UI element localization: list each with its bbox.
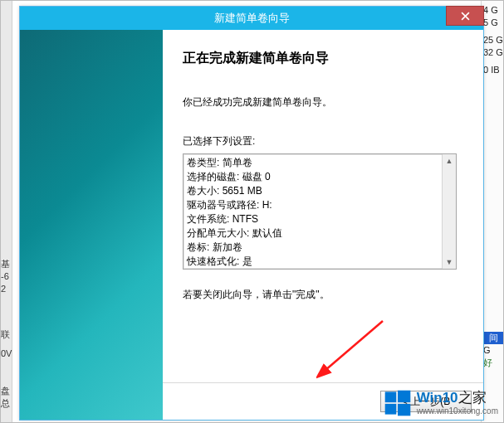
wizard-side-panel — [20, 30, 163, 420]
wizard-dialog: 新建简单卷向导 正在完成新建简单卷向导 你已经成功完成新建简单卷向导。 已选择下… — [19, 6, 484, 421]
page-heading: 正在完成新建简单卷向导 — [183, 50, 467, 67]
watermark-brand: Win10之家 — [417, 391, 498, 406]
close-button[interactable] — [446, 6, 484, 26]
list-item: 驱动器号或路径: H: — [187, 198, 453, 212]
windows-logo-icon — [384, 389, 412, 417]
svg-rect-4 — [398, 404, 410, 416]
list-item: 卷标: 新加卷 — [187, 241, 453, 255]
close-icon — [461, 12, 470, 21]
background-right-strip: 4 G 5 G 25 G 32 G 0 IB 间 G 好 — [481, 1, 503, 422]
wizard-content: 正在完成新建简单卷向导 你已经成功完成新建简单卷向导。 已选择下列设置: 卷类型… — [163, 30, 483, 420]
watermark-url: www.win10xitong.com — [417, 406, 498, 416]
settings-listbox[interactable]: 卷类型: 简单卷 选择的磁盘: 磁盘 0 卷大小: 5651 MB 驱动器号或路… — [183, 153, 457, 270]
scroll-down-icon[interactable]: ▼ — [443, 255, 456, 269]
settings-label: 已选择下列设置: — [183, 134, 467, 148]
window-title: 新建简单卷向导 — [214, 11, 290, 26]
close-hint: 若要关闭此向导，请单击"完成"。 — [183, 288, 467, 302]
svg-rect-2 — [398, 391, 410, 402]
list-item: 分配单元大小: 默认值 — [187, 226, 453, 241]
list-item: 选择的磁盘: 磁盘 0 — [187, 170, 453, 184]
titlebar[interactable]: 新建简单卷向导 — [20, 7, 483, 30]
list-item: 卷大小: 5651 MB — [187, 184, 453, 198]
list-item: 快速格式化: 是 — [187, 255, 453, 269]
list-item: 卷类型: 简单卷 — [187, 156, 453, 170]
scroll-track[interactable] — [443, 168, 456, 255]
svg-rect-3 — [384, 404, 396, 415]
background-left-text: 基 -6 2 联 0V 盘 总 — [1, 258, 12, 410]
svg-rect-1 — [384, 391, 396, 402]
scrollbar[interactable]: ▲ ▼ — [442, 154, 456, 269]
watermark: Win10之家 www.win10xitong.com — [384, 389, 498, 417]
success-message: 你已经成功完成新建简单卷向导。 — [183, 95, 467, 109]
list-item: 文件系统: NTFS — [187, 212, 453, 226]
scroll-up-icon[interactable]: ▲ — [443, 154, 456, 168]
column-header: 间 — [482, 332, 503, 344]
